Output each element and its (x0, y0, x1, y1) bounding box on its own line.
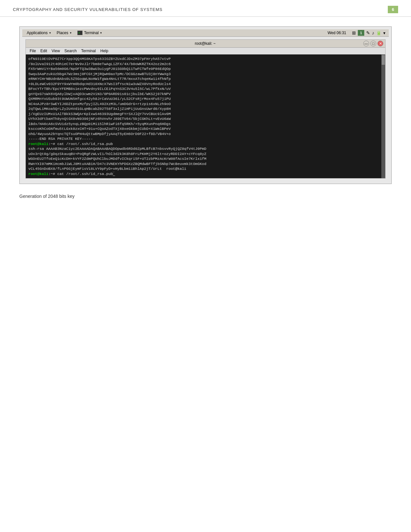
taskbar-clock: Wed 06:31 (324, 30, 350, 36)
list-item: root@kali:~# cat /root/.ssh/id_rsa.pub (28, 141, 379, 147)
list-item: NC4oAJPz8rSwEYIJ6DZtpnxMzfpyjIZL492XzM3L… (28, 102, 379, 107)
list-item: uOx3rQt0g/gDqzSkauqBV+PoQRgFzWLvI1/hOl3d… (28, 151, 379, 157)
applications-menu[interactable]: Applications ▾ (24, 30, 54, 36)
list-item: 2qTQwLiMKoa5QrLZy2U4Vd1GLqHBcabZ02T58f3x… (28, 106, 379, 111)
menu-terminal[interactable]: Terminal (79, 48, 98, 53)
list-item: ohG/4WyuoA2bYqncTQTsuOPH4uQttwBMpDfjyAAq… (28, 131, 379, 137)
taskbar-icons: ⊞ 1 ✎ ♪ 🔋 ▾ (351, 30, 387, 36)
list-item: QXMRMnYxUSub93t9UWUN5Hfgcc42yh8JrCaVuU36… (28, 96, 379, 102)
list-item: -----END RSA PRIVATE KEY----- (28, 136, 379, 141)
menu-view[interactable]: View (50, 48, 62, 53)
terminal-window: root@kali: ~ — □ ✕ File Edit View Search… (25, 39, 386, 179)
list-item: ssh-rsa AAAAB3NzaC1yc2EAAAADAQABAAABAQDO… (28, 146, 379, 151)
terminal-label: Terminal (84, 31, 99, 35)
menu-search[interactable]: Search (63, 48, 79, 53)
main-content: Applications ▾ Places ▾ Terminal ▾ Wed 0… (0, 17, 411, 212)
page-header: CRYPTOGRAPHY AND SECURITY VULNERABILITIE… (0, 0, 411, 17)
terminal-window-buttons: — □ ✕ (363, 41, 383, 46)
list-item: ofN9319EtDVP0Z7CrXpp3QQ4MS8KATps63IOZBYZ… (28, 56, 379, 62)
list-item: /8olUvaI912t4OhieC7erNv9vJlr7bm8eTwAgLiZ… (28, 62, 379, 67)
list-item: BFocYTrTBh/EpcYFEMB8s1ezcPWvdny9ILCEiPqY… (28, 86, 379, 92)
list-item: lBdx/HA6cA6cSVU1dz5ynqLzBQp0iMi15lhRiwFi… (28, 121, 379, 127)
close-button[interactable]: ✕ (377, 41, 383, 46)
list-item: 5wqu3AaPzukUzbbgA7Wz3msj0FCGtjMjRQwH0aoT… (28, 72, 379, 77)
terminal-wrapper: ofN9319EtDVP0Z7CrXpp3QQ4MS8KATps63IOZBYZ… (26, 54, 385, 178)
volume-icon: ♪ (372, 30, 374, 35)
list-item: FX5rWmViYrBa56m0G6/NpOFTQ3w3BwU3uiygPJ01… (28, 66, 379, 72)
list-item: j/XgEUzIUMxU1AlTBkkS3WQArKpIxwS46393Ugdm… (28, 111, 379, 117)
list-item: +0LDLeWCv032F9YY9xWYm0bdqcHd310XNcX7WsI3… (28, 82, 379, 87)
terminal-title: root@kali: ~ (47, 41, 363, 46)
scrollbar-thumb[interactable] (382, 55, 385, 65)
list-item: RWnYXI07mMKiHcmbJiWLJ8MtuXAB1H/D47c3VNEK… (28, 161, 379, 167)
minimize-button[interactable]: — (363, 41, 369, 46)
badge-icon: 1 (358, 30, 364, 36)
network-icon: ⊞ (352, 30, 356, 35)
page-number: 6 (388, 6, 398, 13)
edit-icon: ✎ (366, 30, 370, 35)
list-item: root@kali:~# cat /root/.ssh/id_rsa.pub█ (28, 171, 379, 177)
terminal-icon (77, 31, 83, 35)
caption: Generation of 2048 bits key (19, 194, 392, 199)
maximize-button[interactable]: □ (370, 41, 376, 46)
menu-icon: ▾ (383, 31, 386, 35)
screenshot-container: Applications ▾ Places ▾ Terminal ▾ Wed 0… (19, 26, 392, 184)
applications-label: Applications (27, 31, 48, 35)
terminal-body[interactable]: ofN9319EtDVP0Z7CrXpp3QQ4MS8KATps63IOZBYZ… (26, 54, 381, 178)
places-arrow: ▾ (70, 31, 72, 34)
terminal-scrollbar[interactable] (381, 54, 385, 178)
list-item: eRNKYCHrNBUdnBAbs0L5Z5GoqWLNoHW1fgWa4NnL… (28, 76, 379, 82)
places-label: Places (57, 31, 68, 35)
terminal-menu[interactable]: Terminal ▾ (75, 30, 104, 36)
terminal-titlebar: root@kali: ~ — □ ✕ (26, 40, 385, 48)
places-menu[interactable]: Places ▾ (54, 30, 74, 36)
page-title: CRYPTOGRAPHY AND SECURITY VULNERABILITIE… (13, 7, 162, 12)
list-item: gnYQxG7sWX6VQA6ylbWjxAQD3cwm2ViN3/0P0ARD… (28, 92, 379, 97)
menu-edit[interactable]: Edit (38, 48, 49, 53)
applications-arrow: ▾ (49, 31, 51, 34)
terminal-arrow: ▾ (100, 31, 102, 34)
terminal-menubar: File Edit View Search Terminal Help (26, 48, 385, 54)
list-item: vCL45GnDoBX8/fLnPGGjEymFisV18LVY9pFyD+vH… (28, 166, 379, 171)
list-item: UYhX3dFtbaHTh8ynQtGX0vN9390jNFz6hVnvhrJ8… (28, 116, 379, 121)
battery-icon: 🔋 (376, 31, 381, 35)
menu-file[interactable]: File (28, 48, 38, 53)
list-item: ksccoKhCoGNfmu5tLGxk0zxCHT+91u+CQoAZodTX… (28, 126, 379, 131)
menu-help[interactable]: Help (98, 48, 110, 53)
taskbar: Applications ▾ Places ▾ Terminal ▾ Wed 0… (22, 29, 389, 37)
list-item: WGOnEU2TfoEeQ1cKcDH+kVYF2ZdmPQUhClbuJMDd… (28, 156, 379, 161)
